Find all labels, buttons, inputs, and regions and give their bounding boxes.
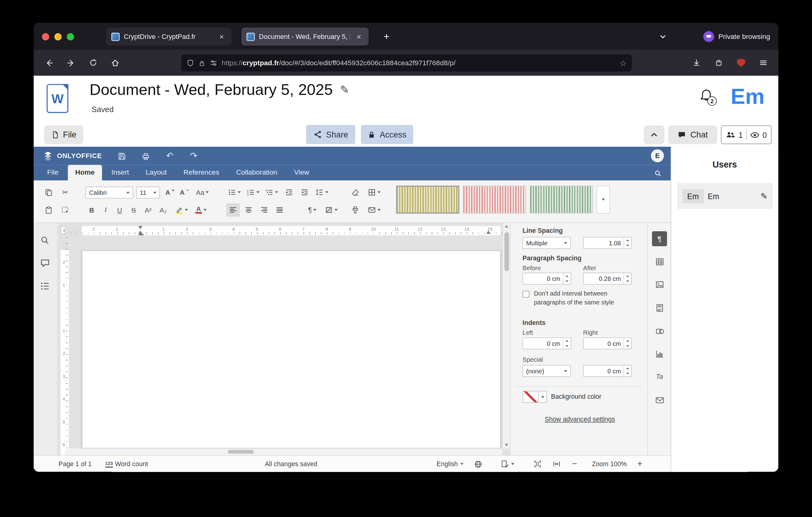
underline-button[interactable]: U — [114, 203, 126, 217]
shape-settings-tab[interactable] — [652, 323, 667, 338]
increment-font-button[interactable]: A+ — [163, 186, 177, 199]
spinner-down-icon[interactable] — [624, 371, 632, 376]
advanced-settings-link[interactable]: Show advanced settings — [545, 416, 615, 423]
zoom-window-button[interactable] — [67, 33, 74, 40]
background-color-button[interactable] — [523, 391, 547, 403]
spinner-down-icon[interactable] — [563, 279, 571, 284]
cut-button[interactable]: ✂ — [58, 186, 72, 199]
menu-insert[interactable]: Insert — [104, 165, 137, 181]
bullets-button[interactable] — [226, 186, 242, 199]
italic-button[interactable]: I — [99, 203, 112, 217]
format-painter-button[interactable] — [348, 203, 362, 217]
undo-button[interactable]: ↶ — [162, 149, 178, 162]
language-select[interactable]: English — [437, 456, 464, 472]
superscript-button[interactable]: A² — [141, 203, 155, 217]
align-right-button[interactable] — [257, 203, 271, 217]
paste-button[interactable] — [42, 203, 55, 217]
left-indent-box[interactable] — [139, 234, 143, 235]
strikethrough-button[interactable]: S — [127, 203, 140, 217]
align-center-button[interactable] — [242, 203, 255, 217]
subscript-button[interactable]: A₂ — [156, 203, 170, 217]
back-button[interactable] — [40, 54, 58, 72]
menu-view[interactable]: View — [287, 165, 317, 181]
horizontal-scrollbar[interactable] — [65, 448, 502, 455]
save-button[interactable] — [114, 149, 129, 163]
share-button[interactable]: Share — [306, 125, 355, 144]
menu-layout[interactable]: Layout — [139, 165, 174, 181]
paragraph-settings-tab[interactable]: ¶ — [652, 231, 667, 246]
comments-button[interactable] — [40, 258, 51, 270]
reload-button[interactable] — [84, 54, 102, 72]
spinner-up-icon[interactable] — [624, 273, 632, 279]
scroll-down-arrow[interactable] — [505, 444, 508, 446]
tab-document-active[interactable]: Document - Wed, February 5, 2 × — [241, 28, 369, 46]
indent-right-spinner[interactable]: 0 cm — [583, 337, 632, 350]
tab-cryptdrive[interactable]: CryptDrive - CryptPad.fr × — [106, 28, 232, 46]
find-button[interactable] — [40, 235, 51, 247]
decrease-indent-button[interactable] — [282, 186, 295, 199]
no-interval-label[interactable]: Don't add interval between paragraphs of… — [534, 289, 635, 306]
clear-style-button[interactable] — [348, 186, 362, 199]
image-settings-tab[interactable] — [652, 277, 667, 292]
redo-button[interactable]: ↷ — [186, 149, 202, 162]
url-text[interactable]: https://cryptpad.fr/doc/#/3/doc/edit/ff0… — [222, 59, 615, 67]
header-footer-settings-tab[interactable] — [652, 300, 667, 315]
style-preview-normal[interactable] — [396, 186, 459, 214]
font-size-select[interactable]: 11 — [136, 187, 160, 198]
chart-settings-tab[interactable] — [652, 346, 667, 361]
editor-user-avatar[interactable]: E — [651, 149, 664, 162]
page-indicator[interactable]: Page 1 of 1 — [58, 456, 91, 472]
forward-button[interactable] — [62, 54, 80, 72]
select-all-button[interactable] — [58, 203, 72, 217]
spinner-up-icon[interactable] — [563, 338, 571, 344]
url-bar[interactable]: https://cryptpad.fr/doc/#/3/doc/edit/ff0… — [181, 55, 632, 72]
collapse-toolbar-button[interactable] — [644, 126, 665, 144]
font-name-select[interactable]: Calibri — [85, 187, 133, 198]
document-canvas[interactable] — [69, 237, 502, 448]
spinner-down-icon[interactable] — [624, 343, 632, 349]
close-tab-icon[interactable]: × — [217, 32, 226, 41]
chat-button[interactable]: Chat — [668, 126, 717, 144]
user-list-item[interactable]: Em Em ✎ — [677, 183, 773, 209]
shading-button[interactable] — [322, 203, 339, 217]
presence-button[interactable]: 1 0 — [721, 126, 772, 144]
access-button[interactable]: Access — [361, 125, 413, 144]
special-select[interactable]: (none) — [523, 365, 571, 377]
rename-pencil-icon[interactable]: ✎ — [340, 84, 349, 96]
numbering-button[interactable]: 123 — [245, 186, 261, 199]
permissions-icon[interactable] — [210, 59, 218, 67]
extensions-button[interactable] — [710, 54, 728, 72]
multilevel-list-button[interactable] — [264, 186, 279, 199]
spinner-up-icon[interactable] — [563, 273, 571, 279]
no-interval-checkbox[interactable] — [523, 291, 529, 298]
file-menu-button[interactable]: File — [44, 126, 84, 144]
tracking-shield-icon[interactable] — [186, 59, 194, 67]
scrollbar-thumb[interactable] — [504, 232, 509, 271]
line-spacing-button[interactable] — [313, 186, 330, 199]
style-preview-heading[interactable] — [530, 186, 593, 214]
edit-user-pencil-icon[interactable]: ✎ — [761, 191, 767, 201]
home-button[interactable] — [106, 54, 124, 72]
scroll-up-arrow[interactable] — [505, 225, 508, 227]
font-color-button[interactable]: A — [192, 203, 210, 217]
spinner-up-icon[interactable] — [624, 237, 632, 243]
document-page[interactable] — [82, 250, 500, 449]
h-scrollbar-thumb[interactable] — [228, 450, 254, 454]
spinner-up-icon[interactable] — [624, 365, 632, 371]
change-case-button[interactable]: Aa — [193, 186, 212, 199]
new-tab-button[interactable]: + — [380, 29, 394, 44]
menu-button[interactable] — [754, 54, 772, 72]
spacing-before-spinner[interactable]: 0 cm — [523, 273, 571, 284]
bold-button[interactable]: B — [85, 203, 98, 217]
ublock-origin-button[interactable] — [732, 54, 750, 72]
decrement-font-button[interactable]: A− — [178, 186, 191, 199]
align-justify-button[interactable] — [273, 203, 286, 217]
line-spacing-spinner[interactable]: 1.08 — [583, 237, 632, 249]
downloads-button[interactable] — [688, 54, 705, 72]
increase-indent-button[interactable] — [298, 186, 311, 199]
spinner-down-icon[interactable] — [624, 279, 632, 284]
zoom-in-button[interactable]: + — [638, 456, 642, 472]
first-line-indent-marker[interactable] — [138, 226, 143, 229]
lock-icon[interactable] — [198, 59, 206, 67]
align-left-button[interactable] — [226, 203, 240, 217]
